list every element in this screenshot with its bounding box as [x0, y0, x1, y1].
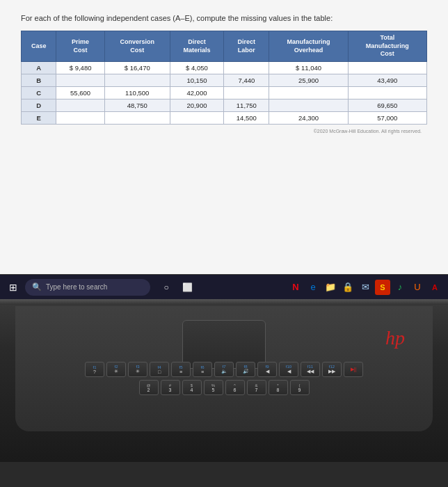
- col-header-direct-materials: DirectMaterials: [170, 31, 224, 62]
- key-amp-7[interactable]: &7: [247, 380, 266, 395]
- col-header-conversion-cost: ConversionCost: [104, 31, 170, 62]
- task-view-button[interactable]: ○: [157, 278, 175, 296]
- data-cell: 14,500: [224, 112, 269, 125]
- edge-icon[interactable]: e: [305, 280, 321, 295]
- data-cell: 7,440: [224, 74, 269, 87]
- table-container: Case PrimeCost ConversionCost DirectMate…: [21, 31, 427, 125]
- u-app-icon[interactable]: U: [410, 280, 425, 295]
- table-row: D48,75020,90011,75069,650: [22, 99, 427, 112]
- data-cell: 110,500: [104, 87, 170, 99]
- data-table: Case PrimeCost ConversionCost DirectMate…: [21, 31, 427, 125]
- key-percent-5[interactable]: %5: [204, 380, 223, 395]
- key-f1[interactable]: f1?: [85, 362, 104, 377]
- table-row: A$ 9,480$ 16,470$ 4,050$ 11,040: [22, 62, 427, 74]
- data-cell: 57,000: [348, 112, 426, 125]
- hp-logo: hp: [385, 327, 405, 349]
- key-paren-9[interactable]: (9: [290, 380, 310, 395]
- data-cell: $ 4,050: [170, 62, 224, 74]
- key-star-8[interactable]: *8: [269, 380, 288, 395]
- data-cell: 48,750: [104, 99, 170, 112]
- mail-icon[interactable]: ✉: [358, 280, 373, 295]
- case-cell: A: [22, 62, 56, 74]
- data-cell: 25,900: [269, 74, 348, 87]
- table-row: B10,1507,44025,90043,490: [22, 74, 427, 87]
- data-cell: $ 9,480: [56, 62, 104, 74]
- table-row: E14,50024,30057,000: [22, 112, 427, 125]
- desktop-button[interactable]: ⬜: [178, 278, 196, 296]
- search-icon: 🔍: [32, 282, 42, 292]
- key-f11[interactable]: f11◀◀: [301, 362, 320, 377]
- start-button[interactable]: ⊞: [6, 280, 21, 295]
- search-bar[interactable]: 🔍 Type here to search: [25, 279, 150, 296]
- folder-icon[interactable]: 📁: [323, 280, 338, 295]
- screen: For each of the following independent ca…: [0, 0, 448, 299]
- keyboard-area: f1? f2✳ f3✳ f4□ f5≡ f6≡ f7🔈 f8🔊 f9◀ f10◀…: [15, 362, 433, 417]
- key-f5[interactable]: f5≡: [171, 362, 191, 377]
- data-cell: 43,490: [348, 74, 426, 87]
- data-cell: [224, 87, 269, 99]
- key-f7[interactable]: f7🔈: [214, 362, 234, 377]
- data-cell: [56, 74, 104, 87]
- taskbar-apps: N e 📁 🔒 ✉ S ♪ U A: [288, 280, 442, 295]
- key-hash-3[interactable]: #3: [161, 380, 180, 395]
- case-cell: B: [22, 74, 56, 87]
- data-cell: [56, 112, 104, 125]
- content-area: For each of the following independent ca…: [0, 0, 448, 274]
- data-cell: [104, 74, 170, 87]
- key-f8[interactable]: f8🔊: [236, 362, 255, 377]
- table-row: C55,600110,50042,000: [22, 87, 427, 99]
- case-cell: E: [22, 112, 56, 125]
- netflix-icon[interactable]: N: [288, 280, 303, 295]
- copyright-text: ©2020 McGraw-Hill Education. All rights …: [21, 126, 427, 136]
- data-cell: [56, 99, 104, 112]
- data-cell: 69,650: [348, 99, 426, 112]
- key-f6[interactable]: f6≡: [193, 362, 212, 377]
- case-cell: C: [22, 87, 56, 99]
- key-f2[interactable]: f2✳: [106, 362, 126, 377]
- key-f9[interactable]: f9◀: [257, 362, 277, 377]
- taskbar: ⊞ 🔍 Type here to search ○ ⬜ N e 📁 🔒 ✉ S …: [0, 274, 448, 299]
- data-cell: $ 16,470: [104, 62, 170, 74]
- key-f4[interactable]: f4□: [150, 362, 169, 377]
- key-f3[interactable]: f3✳: [128, 362, 147, 377]
- fn-key-row: f1? f2✳ f3✳ f4□ f5≡ f6≡ f7🔈 f8🔊 f9◀ f10◀…: [29, 362, 419, 377]
- key-caret-6[interactable]: ^6: [225, 380, 245, 395]
- data-cell: [348, 87, 426, 99]
- data-cell: 42,000: [170, 87, 224, 99]
- data-cell: [269, 87, 348, 99]
- data-cell: [348, 62, 426, 74]
- data-cell: [224, 62, 269, 74]
- laptop-hinge: [0, 299, 448, 305]
- laptop-body: hp f1? f2✳ f3✳ f4□ f5≡ f6≡ f7🔈 f8🔊 f9◀ f…: [0, 299, 448, 462]
- key-f10[interactable]: f10◀: [279, 362, 298, 377]
- number-key-row: @2 #3 $4 %5 ^6 &7 *8 (9: [29, 380, 419, 395]
- col-header-direct-labor: DirectLabor: [224, 31, 269, 62]
- taskbar-center-buttons: ○ ⬜: [157, 278, 196, 296]
- music-icon[interactable]: ♪: [392, 280, 408, 295]
- lock-icon[interactable]: 🔒: [340, 280, 355, 295]
- key-dollar-4[interactable]: $4: [182, 380, 202, 395]
- col-header-prime-cost: PrimeCost: [56, 31, 104, 62]
- data-cell: [104, 112, 170, 125]
- data-cell: [269, 99, 348, 112]
- data-cell: [170, 112, 224, 125]
- search-placeholder: Type here to search: [46, 283, 107, 291]
- data-cell: 24,300: [269, 112, 348, 125]
- s-app-icon[interactable]: S: [375, 280, 390, 295]
- data-cell: $ 11,040: [269, 62, 348, 74]
- case-cell: D: [22, 99, 56, 112]
- instruction-text: For each of the following independent ca…: [21, 14, 427, 22]
- key-f12[interactable]: f12▶▶: [322, 362, 342, 377]
- data-cell: 55,600: [56, 87, 104, 99]
- key-fn[interactable]: ▶||: [344, 362, 363, 377]
- data-cell: 20,900: [170, 99, 224, 112]
- col-header-mfg-overhead: ManufacturingOverhead: [269, 31, 348, 62]
- col-header-total-mfg-cost: TotalManufacturingCost: [348, 31, 426, 62]
- key-at-2[interactable]: @2: [139, 380, 159, 395]
- laptop-deck: hp f1? f2✳ f3✳ f4□ f5≡ f6≡ f7🔈 f8🔊 f9◀ f…: [15, 306, 433, 431]
- col-header-case: Case: [22, 31, 56, 62]
- data-cell: 10,150: [170, 74, 224, 87]
- data-cell: 11,750: [224, 99, 269, 112]
- pdf-icon[interactable]: A: [427, 280, 442, 295]
